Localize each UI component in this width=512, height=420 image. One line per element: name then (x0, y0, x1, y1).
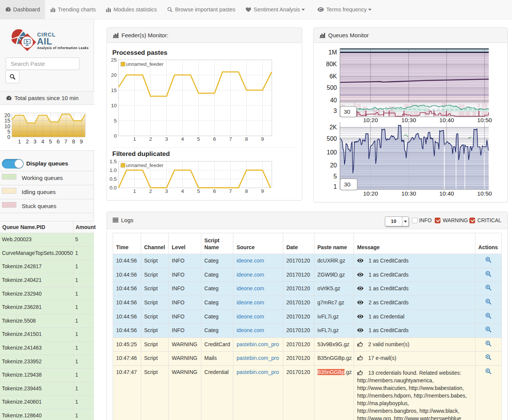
svg-text:AIL: AIL (37, 36, 52, 46)
svg-text:Analysis of Information Leaks: Analysis of Information Leaks (37, 46, 89, 50)
